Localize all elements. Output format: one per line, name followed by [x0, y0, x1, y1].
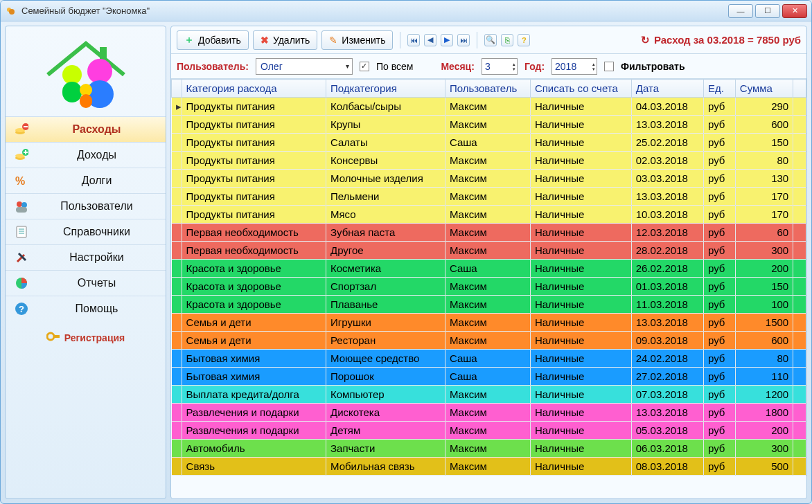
month-value: 3 [485, 61, 491, 72]
col-account[interactable]: Списать со счета [530, 80, 631, 98]
cell-unit: руб [703, 206, 735, 224]
sidebar-item-users[interactable]: Пользователи [6, 193, 166, 219]
year-spinner[interactable]: 2018 [551, 58, 597, 75]
table-row[interactable]: Семья и детиИгрушкиМаксимНаличные13.03.2… [172, 314, 806, 332]
sidebar-item-help[interactable]: ? Помощь [6, 296, 166, 321]
coins-plus-icon [14, 147, 29, 163]
nav-prev-button[interactable]: ◀ [424, 34, 436, 46]
summary-prefix: Расход за 03.2018 = [654, 34, 757, 46]
table-row[interactable]: Продукты питанияКонсервыМаксимНаличные02… [172, 152, 806, 170]
table-scroll[interactable]: Категория расхода Подкатегория Пользоват… [171, 79, 806, 498]
cell-subcategory: Мясо [326, 206, 445, 224]
edit-button[interactable]: ✎Изменить [321, 30, 393, 50]
row-marker [172, 206, 182, 224]
col-date[interactable]: Дата [631, 80, 703, 98]
minimize-button[interactable]: — [728, 4, 753, 18]
cell-subcategory: Косметика [326, 260, 445, 278]
cell-date: 03.03.2018 [631, 170, 703, 188]
table-row[interactable]: Продукты питанияПельмениМаксимНаличные13… [172, 188, 806, 206]
cell-sum: 200 [735, 422, 793, 440]
table-row[interactable]: Первая необходимостьЗубная пастаМаксимНа… [172, 224, 806, 242]
app-window: Семейный бюджет "Экономка" — ☐ ✕ Расходы [0, 0, 812, 504]
table-row[interactable]: Продукты питанияМолочные изделияМаксимНа… [172, 170, 806, 188]
cell-sum: 290 [735, 98, 793, 116]
table-row[interactable]: Первая необходимостьДругоеМаксимНаличные… [172, 242, 806, 260]
table-row[interactable]: Красота и здоровьеКосметикаСашаНаличные2… [172, 260, 806, 278]
table-row[interactable]: Красота и здоровьеПлаваньеМаксимНаличные… [172, 296, 806, 314]
close-button[interactable]: ✕ [782, 4, 807, 18]
table-row[interactable]: Продукты питанияСалатыСашаНаличные25.02.… [172, 134, 806, 152]
cell-date: 13.03.2018 [631, 404, 703, 422]
export-button[interactable]: ⎘ [501, 34, 513, 46]
table-row[interactable]: АвтомобильЗапчастиМаксимНаличные06.03.20… [172, 440, 806, 458]
cell-account: Наличные [530, 260, 631, 278]
sidebar-item-settings[interactable]: Настройки [6, 244, 166, 270]
plus-icon: ＋ [184, 34, 194, 46]
cell-unit: руб [703, 278, 735, 296]
add-button[interactable]: ＋Добавить [177, 30, 249, 50]
all-users-checkbox[interactable]: ✓ [360, 62, 369, 71]
register-link[interactable]: Регистрация [6, 331, 166, 344]
table-row[interactable]: Красота и здоровьеСпортзалМаксимНаличные… [172, 278, 806, 296]
cell-sum: 300 [735, 440, 793, 458]
table-row[interactable]: Выплата кредита/долгаКомпьютерМаксимНали… [172, 386, 806, 404]
col-user[interactable]: Пользователь [445, 80, 530, 98]
tools-icon [14, 250, 29, 265]
cell-user: Саша [445, 260, 530, 278]
cell-subcategory: Плаванье [326, 296, 445, 314]
sidebar-item-directories[interactable]: Справочники [6, 219, 166, 244]
filter-checkbox[interactable] [604, 62, 614, 71]
cell-date: 05.03.2018 [631, 422, 703, 440]
cell-sum: 150 [735, 134, 793, 152]
cell-date: 09.03.2018 [631, 332, 703, 350]
sidebar-item-debts[interactable]: % Долги [6, 168, 166, 193]
document-icon [14, 224, 29, 240]
table-row[interactable]: Продукты питанияКрупыМаксимНаличные13.03… [172, 116, 806, 134]
cell-account: Наличные [530, 98, 631, 116]
table-row[interactable]: ▸Продукты питанияКолбасы/сырыМаксимНалич… [172, 98, 806, 116]
table-row[interactable]: Продукты питанияМясоМаксимНаличные10.03.… [172, 206, 806, 224]
maximize-button[interactable]: ☐ [755, 4, 780, 18]
cell-account: Наличные [530, 188, 631, 206]
separator [400, 32, 400, 48]
cell-category: Продукты питания [182, 134, 326, 152]
nav-last-button[interactable]: ⏭ [457, 34, 470, 46]
month-spinner[interactable]: 3 [482, 58, 518, 75]
table-row[interactable]: СвязьМобильная связьМаксимНаличные08.03.… [172, 458, 806, 476]
col-marker[interactable] [172, 80, 182, 98]
col-category[interactable]: Категория расхода [182, 80, 326, 98]
cell-date: 08.03.2018 [631, 458, 703, 476]
table-row[interactable]: Развлечения и подаркиДискотекаМаксимНали… [172, 404, 806, 422]
col-sum[interactable]: Сумма [735, 80, 793, 98]
delete-button[interactable]: ✖Удалить [253, 30, 317, 50]
cell-pad [793, 242, 806, 260]
window-controls: — ☐ ✕ [728, 4, 807, 18]
cell-category: Продукты питания [182, 116, 326, 134]
cell-date: 02.03.2018 [631, 152, 703, 170]
sidebar-item-income[interactable]: Доходы [6, 142, 166, 168]
nav-next-button[interactable]: ▶ [441, 34, 453, 46]
cell-user: Максим [445, 170, 530, 188]
search-button[interactable]: 🔍 [484, 34, 497, 46]
user-select[interactable]: Олег [256, 58, 353, 75]
cell-unit: руб [703, 368, 735, 386]
table-row[interactable]: Развлечения и подаркиДетямМаксимНаличные… [172, 422, 806, 440]
cell-category: Красота и здоровье [182, 260, 326, 278]
cell-pad [793, 134, 806, 152]
cell-account: Наличные [530, 386, 631, 404]
cell-subcategory: Запчасти [326, 440, 445, 458]
cell-category: Развлечения и подарки [182, 422, 326, 440]
cell-pad [793, 440, 806, 458]
sidebar-item-expenses[interactable]: Расходы [6, 116, 166, 142]
col-unit[interactable]: Ед. [703, 80, 735, 98]
cell-pad [793, 350, 806, 368]
table-row[interactable]: Семья и детиРесторанМаксимНаличные09.03.… [172, 332, 806, 350]
col-subcategory[interactable]: Подкатегория [326, 80, 445, 98]
table-row[interactable]: Бытовая химияМоющее средствоСашаНаличные… [172, 350, 806, 368]
cell-user: Максим [445, 116, 530, 134]
table-row[interactable]: Бытовая химияПорошокСашаНаличные27.02.20… [172, 368, 806, 386]
help-button[interactable]: ? [518, 34, 530, 46]
cell-date: 26.02.2018 [631, 260, 703, 278]
sidebar-item-reports[interactable]: Отчеты [6, 270, 166, 296]
nav-first-button[interactable]: ⏮ [407, 34, 420, 46]
